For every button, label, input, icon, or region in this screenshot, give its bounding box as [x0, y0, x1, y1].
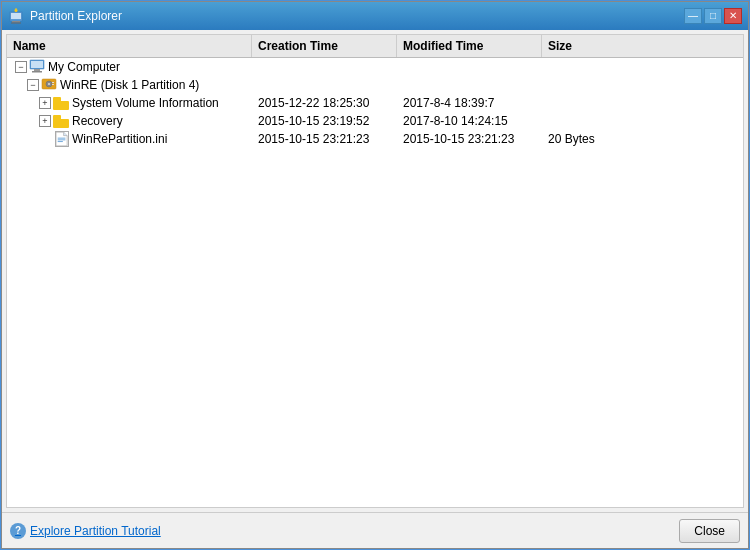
- svg-rect-9: [32, 71, 42, 73]
- svg-rect-14: [52, 84, 54, 85]
- window-close-button[interactable]: ✕: [724, 8, 742, 24]
- file-icon: [55, 131, 69, 147]
- expand-recovery[interactable]: +: [39, 115, 51, 127]
- tree-area[interactable]: − My Computer: [7, 58, 743, 507]
- column-name-header: Name: [7, 35, 252, 57]
- titlebar: Partition Explorer — □ ✕: [2, 2, 748, 30]
- folder-icon-recovery: [53, 115, 69, 128]
- expand-winre[interactable]: −: [27, 79, 39, 91]
- window-icon: [8, 8, 24, 24]
- column-creation-header: Creation Time: [252, 35, 397, 57]
- svg-marker-16: [64, 132, 67, 135]
- column-size-header: Size: [542, 35, 743, 57]
- computer-icon: [29, 59, 45, 76]
- winrepartition-creation: 2015-10-15 23:21:23: [252, 132, 397, 146]
- my-computer-label: My Computer: [48, 60, 120, 74]
- winrepartition-size: 20 Bytes: [542, 132, 743, 146]
- explore-tutorial-label: Explore Partition Tutorial: [30, 524, 161, 538]
- tree-row-winrepartition[interactable]: WinRePartition.ini 2015-10-15 23:21:23 2…: [7, 130, 743, 148]
- system-volume-creation: 2015-12-22 18:25:30: [252, 96, 397, 110]
- window-title: Partition Explorer: [30, 9, 684, 23]
- recovery-modified: 2017-8-10 14:24:15: [397, 114, 542, 128]
- close-button[interactable]: Close: [679, 519, 740, 543]
- footer: ? Explore Partition Tutorial Close: [2, 512, 748, 548]
- recovery-creation: 2015-10-15 23:19:52: [252, 114, 397, 128]
- tree-row-my-computer[interactable]: − My Computer: [7, 58, 743, 76]
- svg-rect-3: [11, 23, 21, 24]
- window-controls: — □ ✕: [684, 8, 742, 24]
- tree-row-system-volume[interactable]: + System Volume Information 2015-12-22 1…: [7, 94, 743, 112]
- winre-label: WinRE (Disk 1 Partition 4): [60, 78, 199, 92]
- minimize-button[interactable]: —: [684, 8, 702, 24]
- svg-rect-7: [31, 61, 43, 68]
- partition-explorer-window: Partition Explorer — □ ✕ Name Creation T…: [1, 1, 749, 549]
- tree-row-recovery[interactable]: + Recovery 2015-10-15 23:19:52 2017-8-10…: [7, 112, 743, 130]
- expand-my-computer[interactable]: −: [15, 61, 27, 73]
- svg-marker-5: [15, 8, 18, 10]
- maximize-button[interactable]: □: [704, 8, 722, 24]
- winrepartition-label: WinRePartition.ini: [72, 132, 167, 146]
- column-modified-header: Modified Time: [397, 35, 542, 57]
- svg-rect-1: [11, 13, 21, 19]
- svg-rect-2: [12, 21, 20, 23]
- system-volume-label: System Volume Information: [72, 96, 219, 110]
- explore-tutorial-link[interactable]: ? Explore Partition Tutorial: [10, 523, 161, 539]
- tree-row-winre[interactable]: − WinRE (Disk 1 Partition 4): [7, 76, 743, 94]
- svg-rect-13: [52, 82, 54, 83]
- winrepartition-modified: 2015-10-15 23:21:23: [397, 132, 542, 146]
- help-icon: ?: [10, 523, 26, 539]
- table-header: Name Creation Time Modified Time Size: [7, 35, 743, 58]
- system-volume-modified: 2017-8-4 18:39:7: [397, 96, 542, 110]
- svg-point-12: [48, 83, 50, 85]
- expand-system-volume[interactable]: +: [39, 97, 51, 109]
- svg-rect-8: [34, 69, 40, 71]
- recovery-label: Recovery: [72, 114, 123, 128]
- content-area: Name Creation Time Modified Time Size −: [6, 34, 744, 508]
- disk-icon: [41, 77, 57, 94]
- folder-icon: [53, 97, 69, 110]
